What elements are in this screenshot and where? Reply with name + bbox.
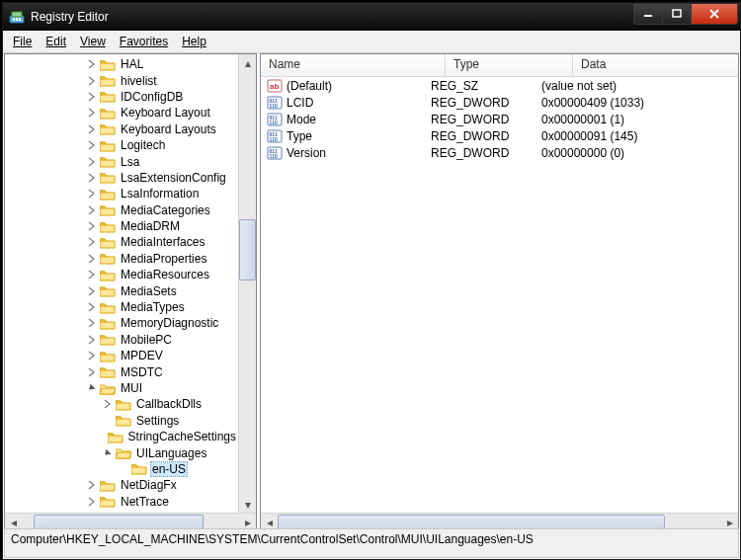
maximize-button[interactable]	[662, 4, 692, 25]
expand-icon[interactable]	[84, 137, 100, 153]
tree-item[interactable]: IDConfigDB	[5, 89, 238, 105]
svg-rect-3	[16, 18, 18, 21]
dword-value-icon	[267, 112, 283, 127]
column-header-type[interactable]: Type	[446, 54, 573, 76]
tree-item[interactable]: UILanguages	[5, 444, 238, 460]
tree-item[interactable]: LsaExtensionConfig	[5, 170, 238, 186]
expand-icon[interactable]	[84, 89, 100, 105]
tree-item[interactable]: MediaResources	[5, 267, 238, 282]
tree-item[interactable]: MediaDRM	[5, 218, 238, 234]
list-body[interactable]: (Default)REG_SZ(value not set)LCIDREG_DW…	[261, 77, 738, 513]
tree-item[interactable]: MediaCategories	[5, 202, 238, 218]
tree-item[interactable]: MUI	[5, 380, 238, 396]
tree-item-label: MobilePC	[119, 333, 174, 347]
tree-item-label: MediaSets	[119, 284, 179, 298]
scroll-down-icon[interactable]: ▾	[245, 496, 251, 513]
expand-icon[interactable]	[84, 234, 100, 250]
tree-item[interactable]: hivelist	[5, 72, 238, 88]
value-type: REG_DWORD	[431, 146, 541, 160]
expand-icon[interactable]	[84, 332, 100, 348]
tree-item[interactable]: Logitech	[5, 137, 238, 153]
collapse-icon[interactable]	[84, 380, 100, 396]
tree-item[interactable]: MSDTC	[5, 363, 238, 379]
tree-item[interactable]: HAL	[5, 56, 238, 72]
menu-favorites[interactable]: Favorites	[114, 33, 174, 50]
tree-item[interactable]: LsaInformation	[5, 186, 238, 201]
expand-icon[interactable]	[84, 186, 100, 201]
tree-item-label: MediaTypes	[119, 300, 187, 314]
tree-item[interactable]: MediaInterfaces	[5, 234, 238, 250]
tree-item[interactable]: Keyboard Layouts	[5, 121, 238, 137]
expand-icon[interactable]	[84, 121, 100, 137]
expand-icon[interactable]	[84, 283, 100, 299]
tree-item[interactable]: CallbackDlls	[5, 396, 238, 412]
close-button[interactable]	[691, 4, 738, 25]
value-data: (value not set)	[541, 79, 729, 93]
tree-item-label: Settings	[134, 414, 181, 428]
expand-icon[interactable]	[84, 348, 100, 363]
expand-icon[interactable]	[84, 315, 100, 331]
tree-item[interactable]: Settings	[5, 413, 238, 429]
value-row[interactable]: TypeREG_DWORD0x00000091 (145)	[261, 127, 738, 144]
expand-icon[interactable]	[84, 364, 100, 380]
titlebar[interactable]: Registry Editor	[3, 3, 740, 31]
scroll-thumb-h[interactable]	[278, 515, 665, 529]
tree-item[interactable]: MPDEV	[5, 348, 238, 363]
tree-item[interactable]: MediaTypes	[5, 299, 238, 315]
tree-item[interactable]: Lsa	[5, 153, 238, 169]
expand-icon[interactable]	[84, 105, 100, 120]
expand-icon[interactable]	[84, 202, 100, 218]
folder-icon	[131, 462, 147, 475]
folder-icon	[100, 188, 116, 200]
expand-icon[interactable]	[84, 73, 100, 89]
expand-icon[interactable]	[84, 299, 100, 315]
tree-item[interactable]: en-US	[5, 461, 238, 477]
folder-icon	[108, 431, 124, 443]
tree-scrollbar-vertical[interactable]: ▴ ▾	[238, 54, 256, 513]
scroll-thumb-h[interactable]	[34, 515, 204, 529]
folder-icon	[100, 512, 116, 513]
tree-item[interactable]: StringCacheSettings	[5, 429, 238, 444]
menu-file[interactable]: File	[7, 33, 38, 50]
folder-icon	[100, 365, 116, 378]
tree-item[interactable]: MemoryDiagnostic	[5, 315, 238, 331]
expand-icon[interactable]	[84, 267, 100, 282]
tree-view[interactable]: HALhivelistIDConfigDBKeyboard LayoutKeyb…	[5, 54, 238, 513]
scroll-up-icon[interactable]: ▴	[245, 54, 251, 71]
expand-icon[interactable]	[84, 170, 100, 186]
tree-item[interactable]: Network	[5, 510, 238, 513]
value-row[interactable]: ModeREG_DWORD0x00000001 (1)	[261, 111, 738, 127]
expand-icon[interactable]	[84, 218, 100, 234]
value-row[interactable]: VersionREG_DWORD0x00000000 (0)	[261, 144, 738, 161]
expand-icon[interactable]	[84, 494, 100, 510]
tree-item[interactable]: MediaSets	[5, 282, 238, 298]
column-header-data[interactable]: Data	[573, 54, 738, 76]
expand-icon[interactable]	[84, 154, 100, 170]
expand-icon[interactable]	[100, 396, 116, 412]
collapse-icon[interactable]	[100, 445, 116, 461]
column-header-name[interactable]: Name	[261, 54, 446, 76]
menu-view[interactable]: View	[74, 33, 112, 50]
expand-icon[interactable]	[84, 251, 100, 267]
expand-icon[interactable]	[84, 56, 100, 72]
minimize-button[interactable]	[633, 4, 663, 25]
tree-item-label: MediaResources	[119, 268, 211, 281]
expand-icon[interactable]	[84, 510, 100, 513]
menu-help[interactable]: Help	[176, 33, 212, 50]
value-row[interactable]: LCIDREG_DWORD0x00000409 (1033)	[261, 94, 738, 111]
tree-item-label: en-US	[150, 461, 188, 477]
list-header: Name Type Data	[261, 54, 738, 77]
status-bar: Computer\HKEY_LOCAL_MACHINE\SYSTEM\Curre…	[4, 528, 739, 558]
tree-item-label: MediaInterfaces	[119, 235, 206, 249]
expand-icon[interactable]	[84, 477, 100, 493]
tree-item[interactable]: Keyboard Layout	[5, 105, 238, 120]
value-row[interactable]: (Default)REG_SZ(value not set)	[261, 77, 738, 94]
tree-item-label: HAL	[119, 57, 145, 71]
menu-edit[interactable]: Edit	[40, 33, 72, 50]
scroll-thumb[interactable]	[239, 219, 256, 280]
tree-item[interactable]: MobilePC	[5, 332, 238, 348]
tree-item[interactable]: NetDiagFx	[5, 477, 238, 493]
tree-item[interactable]: MediaProperties	[5, 251, 238, 267]
window-buttons	[634, 4, 738, 24]
tree-item[interactable]: NetTrace	[5, 494, 238, 510]
